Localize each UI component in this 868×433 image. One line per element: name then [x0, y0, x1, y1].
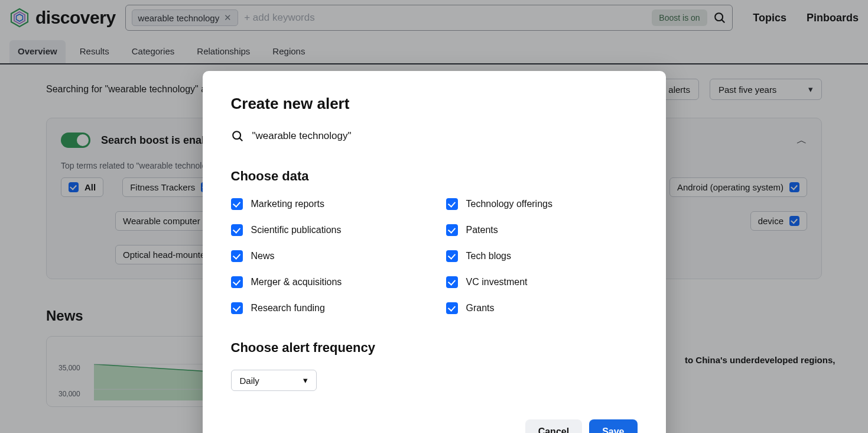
modal-overlay[interactable]: Create new alert "wearable technology" C…: [0, 0, 868, 433]
chevron-down-icon: ▾: [303, 375, 308, 386]
data-source-item[interactable]: Technology offerings: [446, 198, 638, 210]
data-source-label: Marketing reports: [251, 199, 325, 209]
data-source-label: Research funding: [251, 303, 325, 314]
svg-line-8: [239, 138, 242, 141]
data-source-item[interactable]: Research funding: [231, 302, 422, 314]
data-source-grid: Marketing reports Technology offerings S…: [231, 198, 638, 314]
data-source-label: VC investment: [466, 277, 528, 287]
alert-query-text: "wearable technology": [252, 130, 352, 142]
data-source-label: Patents: [466, 225, 498, 235]
data-source-item[interactable]: Patents: [446, 224, 638, 236]
data-source-label: Merger & acquisitions: [251, 277, 342, 287]
data-source-item[interactable]: News: [231, 250, 422, 262]
search-icon: [231, 130, 244, 143]
data-source-label: Tech blogs: [466, 251, 512, 261]
checkbox-icon: [446, 250, 458, 262]
checkbox-icon: [231, 224, 243, 236]
data-source-item[interactable]: Grants: [446, 302, 638, 314]
save-button[interactable]: Save: [589, 419, 637, 433]
data-source-item[interactable]: Tech blogs: [446, 250, 638, 262]
checkbox-icon: [231, 250, 243, 262]
checkbox-icon: [231, 276, 243, 288]
choose-data-heading: Choose data: [231, 169, 638, 184]
data-source-item[interactable]: Marketing reports: [231, 198, 422, 210]
data-source-label: News: [251, 251, 275, 261]
data-source-item[interactable]: Scientific publications: [231, 224, 422, 236]
checkbox-icon: [231, 198, 243, 210]
data-source-label: Technology offerings: [466, 199, 552, 209]
checkbox-icon: [231, 302, 243, 314]
modal-actions: Cancel Save: [231, 419, 638, 433]
modal-title: Create new alert: [231, 95, 638, 113]
create-alert-modal: Create new alert "wearable technology" C…: [203, 71, 666, 433]
frequency-value: Daily: [240, 376, 259, 386]
svg-point-7: [233, 131, 240, 139]
checkbox-icon: [446, 224, 458, 236]
frequency-select[interactable]: Daily ▾: [231, 370, 317, 391]
checkbox-icon: [446, 198, 458, 210]
data-source-label: Scientific publications: [251, 225, 342, 235]
data-source-label: Grants: [466, 303, 495, 314]
alert-query: "wearable technology": [231, 130, 638, 143]
choose-frequency-heading: Choose alert frequency: [231, 340, 638, 356]
checkbox-icon: [446, 302, 458, 314]
checkbox-icon: [446, 276, 458, 288]
data-source-item[interactable]: Merger & acquisitions: [231, 276, 422, 288]
cancel-button[interactable]: Cancel: [525, 419, 582, 433]
data-source-item[interactable]: VC investment: [446, 276, 638, 288]
